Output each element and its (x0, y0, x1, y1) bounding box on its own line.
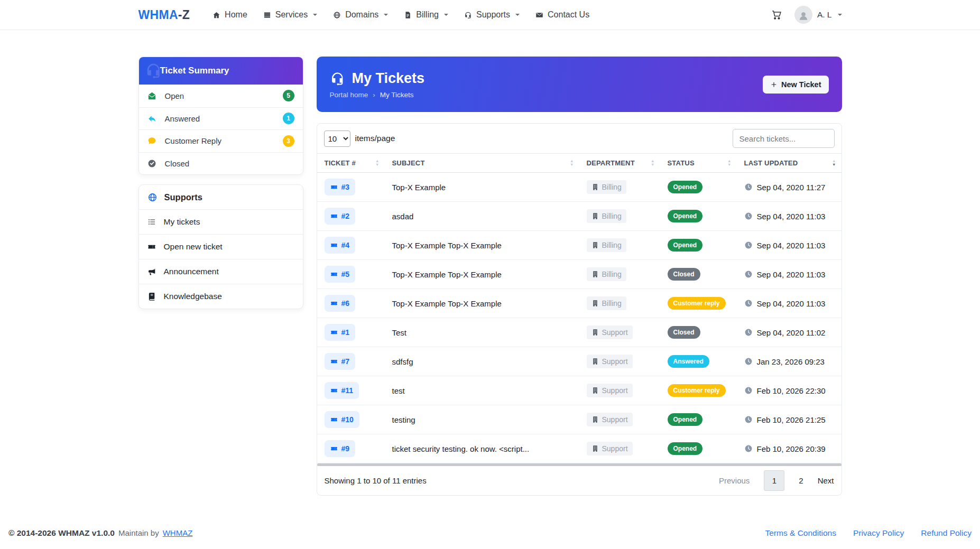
table-row[interactable]: #6 Top-X Example Top-X Example Billing C… (317, 289, 842, 318)
ticket-icon (330, 212, 338, 220)
status-badge: Closed (668, 268, 700, 281)
nav-item-label: Home (225, 10, 247, 20)
user-menu[interactable]: A. L (794, 6, 842, 24)
items-per-page-label: items/page (355, 134, 395, 143)
ticket-number-link[interactable]: #1 (325, 324, 356, 341)
ticket-subject: Top-X Example Top-X Example (385, 241, 579, 250)
table-row[interactable]: #7 sdfsfg Support Answered (317, 347, 842, 376)
chevron-down-icon (384, 14, 388, 16)
ticket-summary-title: Ticket Summary (160, 66, 229, 76)
column-header-department[interactable]: DEPARTMENT▲▼ (579, 154, 660, 172)
maintainer-link[interactable]: WHMAZ (163, 528, 193, 537)
ticket-subject: test (385, 386, 579, 395)
table-row[interactable]: #3 Top-X Example Billing Opened (317, 173, 842, 202)
nav-item-icon (333, 11, 341, 19)
ticket-icon (330, 271, 338, 278)
table-row[interactable]: #11 test Support Customer reply (317, 376, 842, 405)
column-header-ticket[interactable]: TICKET #▲▼ (317, 154, 385, 172)
site-footer: © 2014-2026 WHMAZ v1.0.0 Maintain by WHM… (0, 528, 980, 538)
nav-item-services[interactable]: Services (255, 6, 325, 24)
ticket-number-link[interactable]: #3 (325, 179, 356, 196)
search-input[interactable] (733, 129, 835, 148)
globe-icon (147, 192, 158, 202)
nav-item-icon (535, 11, 543, 19)
sort-icon: ▲▼ (651, 160, 655, 166)
ticket-number-link[interactable]: #4 (325, 237, 356, 254)
table-row[interactable]: #10 testing Support Opened (317, 405, 842, 434)
last-updated: Feb 10, 2026 21:25 (737, 415, 842, 424)
ticket-number-link[interactable]: #6 (325, 295, 356, 312)
clock-icon (744, 299, 753, 308)
column-header-last-updated[interactable]: LAST UPDATED▲▼ (737, 154, 842, 172)
summary-item-answered[interactable]: Answered 1 (139, 107, 303, 130)
count-badge: 1 (283, 113, 294, 124)
sidebar-item-announcement[interactable]: Announcement (139, 259, 303, 284)
summary-item-customer-reply[interactable]: Customer Reply 3 (139, 129, 303, 152)
sidebar-item-my-tickets[interactable]: My tickets (139, 209, 303, 234)
clock-icon (744, 357, 753, 366)
count-badge: 5 (283, 90, 294, 101)
nav-item-home[interactable]: Home (205, 6, 255, 24)
ticket-subject: ticket security testing. ok now. <script… (385, 444, 579, 453)
nav-item-domains[interactable]: Domains (325, 6, 396, 24)
brand-logo[interactable]: WHMA-Z (138, 8, 190, 22)
sidebar-item-open-new-ticket[interactable]: Open new ticket (139, 234, 303, 259)
sort-icon: ▲▼ (570, 160, 574, 166)
ticket-number-link[interactable]: #7 (325, 353, 356, 370)
sidebar-item-knowledgebase[interactable]: Knowledgebase (139, 284, 303, 309)
table-row[interactable]: #5 Top-X Example Top-X Example Billing C… (317, 260, 842, 289)
ticket-icon (330, 300, 338, 307)
table-row[interactable]: #2 asdad Billing Opened (317, 202, 842, 231)
cart-icon[interactable] (771, 10, 782, 20)
pagination-next[interactable]: Next (818, 476, 834, 485)
summary-item-label: Answered (165, 114, 200, 123)
footer-link-terms-conditions[interactable]: Terms & Conditions (765, 528, 836, 538)
pagination-previous[interactable]: Previous (719, 476, 750, 485)
summary-item-label: Customer Reply (165, 136, 222, 145)
clock-icon (744, 241, 753, 249)
status-badge: Customer reply (668, 384, 726, 397)
table-row[interactable]: #4 Top-X Example Top-X Example Billing O… (317, 231, 842, 260)
footer-link-refund-policy[interactable]: Refund Policy (921, 528, 972, 538)
pagination-page-2[interactable]: 2 (799, 476, 803, 485)
summary-item-open[interactable]: Open 5 (139, 85, 303, 107)
ticket-number-link[interactable]: #10 (325, 411, 359, 428)
breadcrumb-portal-home[interactable]: Portal home (330, 91, 368, 99)
status-badge: Answered (668, 355, 709, 368)
breadcrumb-current: My Tickets (380, 91, 414, 99)
ticket-number-link[interactable]: #5 (325, 266, 356, 283)
count-badge: 3 (283, 135, 294, 147)
status-badge: Opened (668, 442, 703, 455)
nav-item-supports[interactable]: Supports (456, 6, 528, 24)
nav-item-label: Domains (345, 10, 378, 20)
column-header-status[interactable]: STATUS▲▼ (660, 154, 737, 172)
last-updated: Sep 04, 2020 11:03 (737, 270, 842, 279)
department-badge: Billing (587, 238, 626, 252)
table-footer: Showing 1 to 10 of 11 entries Previous 1… (317, 466, 842, 495)
table-row[interactable]: #1 Test Support Closed (317, 318, 842, 347)
items-per-page-select[interactable]: 10 (324, 131, 350, 147)
summary-item-closed[interactable]: Closed (139, 152, 303, 175)
new-ticket-button[interactable]: New Ticket (763, 76, 829, 94)
sort-icon: ▲▼ (727, 160, 732, 166)
footer-link-privacy-policy[interactable]: Privacy Policy (853, 528, 904, 538)
ticket-number-link[interactable]: #2 (325, 208, 356, 225)
table-row[interactable]: #9 ticket security testing. ok now. <scr… (317, 434, 842, 463)
nav-item-billing[interactable]: Billing (396, 6, 456, 24)
brand-part1: WHMA (138, 8, 178, 22)
building-icon (591, 183, 599, 191)
ticket-number-link[interactable]: #9 (325, 440, 356, 457)
department-badge: Support (587, 442, 633, 455)
table-body: #3 Top-X Example Billing Opened (317, 173, 842, 463)
column-header-subject[interactable]: SUBJECT▲▼ (385, 154, 579, 172)
nav-menu: Home Services Domains Billing Suppor (205, 6, 597, 24)
pagination-page-1[interactable]: 1 (764, 470, 784, 491)
ticket-number-link[interactable]: #11 (325, 382, 359, 399)
tickets-table-card: 10 items/page TICKET #▲▼ SUBJECT▲▼ DEPAR… (317, 123, 842, 496)
nav-item-contact-us[interactable]: Contact Us (528, 6, 597, 24)
menu-item-label: Announcement (164, 267, 219, 276)
nav-item-icon (263, 11, 271, 19)
table-controls: 10 items/page (317, 124, 842, 153)
ticket-subject: Top-X Example Top-X Example (385, 270, 579, 279)
nav-item-icon (464, 11, 472, 19)
